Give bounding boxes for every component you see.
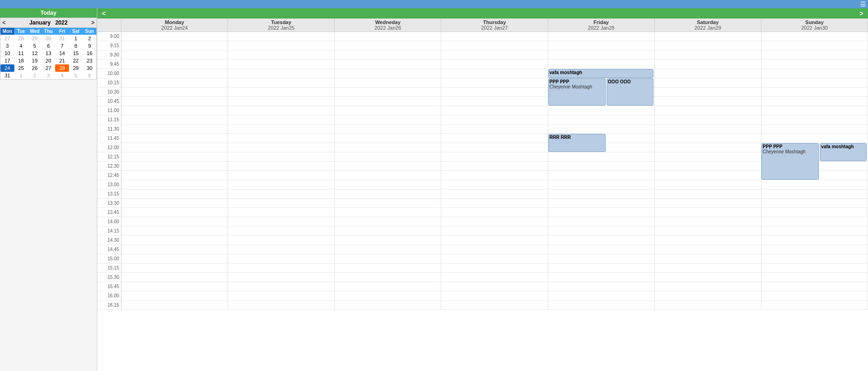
mini-cal-day-Dec31[interactable]: 31 — [55, 35, 69, 42]
slot-monday-0 — [121, 32, 228, 41]
mini-cal-day-10[interactable]: 10 — [0, 50, 14, 57]
slot-monday-6 — [121, 88, 228, 97]
mini-cal-day-2[interactable]: 2 — [82, 35, 96, 42]
slot-sunday-9 — [761, 115, 868, 125]
event-sun-event-2[interactable]: vafa moshtagh — [820, 143, 867, 161]
slot-sunday-0 — [761, 32, 868, 41]
mini-cal-day-Dec29[interactable]: 29 — [28, 35, 42, 42]
time-label-13-15: 13.15 — [97, 189, 121, 199]
day-col-tuesday — [228, 32, 335, 310]
mini-cal-day-17[interactable]: 17 — [0, 57, 14, 64]
mini-cal-day-Feb3[interactable]: 3 — [42, 72, 56, 79]
slot-wednesday-27 — [335, 282, 441, 291]
mini-cal-day-26[interactable]: 26 — [28, 64, 42, 72]
slot-thursday-24 — [441, 254, 547, 264]
today-button[interactable]: Today — [0, 8, 97, 18]
mini-cal-next-button[interactable]: > — [91, 19, 95, 26]
week-prev-button[interactable]: < — [97, 8, 110, 19]
mini-cal-day-18[interactable]: 18 — [14, 57, 28, 64]
event-fri-event-3[interactable]: OOO OOO — [607, 78, 653, 106]
slot-sunday-20 — [761, 217, 868, 226]
slot-saturday-8 — [655, 106, 761, 115]
slot-wednesday-3 — [335, 60, 441, 69]
mini-cal-day-24[interactable]: 24 — [0, 64, 14, 72]
mini-cal-day-Feb1[interactable]: 1 — [14, 72, 28, 79]
mini-cal-title: January 2022 — [29, 19, 68, 26]
mini-cal-day-19[interactable]: 19 — [28, 57, 42, 64]
mini-cal-day-20[interactable]: 20 — [42, 57, 56, 64]
mini-cal-day-12[interactable]: 12 — [28, 50, 42, 57]
mini-cal-day-Feb4[interactable]: 4 — [55, 72, 69, 79]
mini-cal-day-3[interactable]: 3 — [0, 42, 14, 50]
left-panel: Today < January 2022 > MonTueWedThuFriSa… — [0, 8, 97, 371]
mini-cal-day-11[interactable]: 11 — [14, 50, 28, 57]
slot-wednesday-25 — [335, 264, 441, 273]
slot-thursday-17 — [441, 189, 547, 199]
slot-monday-7 — [121, 97, 228, 106]
mini-cal-day-25[interactable]: 25 — [14, 64, 28, 72]
mini-cal-day-header-wed: Wed — [28, 28, 42, 35]
slot-sunday-19 — [761, 208, 868, 217]
mini-cal-day-5[interactable]: 5 — [28, 42, 42, 50]
mini-cal-day-27[interactable]: 27 — [42, 64, 56, 72]
mini-cal-day-29[interactable]: 29 — [69, 64, 83, 72]
event-fri-event-4[interactable]: RRR RRR — [548, 134, 606, 152]
slot-sunday-6 — [761, 88, 868, 97]
day-header-monday: Monday2022 Jan24 — [121, 19, 228, 31]
slot-monday-3 — [121, 60, 228, 69]
slot-wednesday-24 — [335, 254, 441, 264]
time-label-15-15: 15.15 — [97, 264, 121, 273]
day-header-saturday: Saturday2022 Jan29 — [655, 19, 761, 31]
mini-cal-day-Feb5[interactable]: 5 — [69, 72, 83, 79]
mini-cal-day-Dec27[interactable]: 27 — [0, 35, 14, 42]
hamburger-icon[interactable]: ☰ — [860, 0, 866, 8]
mini-cal-day-Feb2[interactable]: 2 — [28, 72, 42, 79]
mini-cal-day-21[interactable]: 21 — [55, 57, 69, 64]
mini-cal-day-15[interactable]: 15 — [69, 50, 83, 57]
slot-monday-4 — [121, 69, 228, 78]
mini-cal-day-7[interactable]: 7 — [55, 42, 69, 50]
mini-cal-day-22[interactable]: 22 — [69, 57, 83, 64]
mini-cal-day-23[interactable]: 23 — [82, 57, 96, 64]
slot-tuesday-23 — [228, 245, 334, 254]
time-label-11-15: 11.15 — [97, 115, 121, 125]
slot-sunday-29 — [761, 301, 868, 310]
event-fri-event-2[interactable]: PPP PPPCheyenne Moshtagh — [548, 78, 606, 106]
mini-cal-prev-button[interactable]: < — [2, 19, 6, 26]
slot-saturday-9 — [655, 115, 761, 125]
mini-cal-day-6[interactable]: 6 — [42, 42, 56, 50]
week-next-button[interactable]: > — [855, 8, 868, 19]
slot-friday-19 — [548, 208, 654, 217]
slot-sunday-7 — [761, 97, 868, 106]
slot-tuesday-20 — [228, 217, 334, 226]
day-date-2: 2022 Jan26 — [335, 25, 441, 31]
event-fri-event-1[interactable]: vafa moshtagh — [548, 69, 653, 78]
mini-cal-day-Feb6[interactable]: 6 — [82, 72, 96, 79]
time-label-15-45: 15.45 — [97, 282, 121, 291]
day-col-thursday — [441, 32, 548, 310]
day-date-3: 2022 Jan27 — [441, 25, 547, 31]
mini-cal-day-13[interactable]: 13 — [42, 50, 56, 57]
slot-thursday-26 — [441, 273, 547, 282]
mini-cal-day-16[interactable]: 16 — [82, 50, 96, 57]
mini-cal-day-28[interactable]: 28 — [55, 64, 69, 72]
event-title-sun-event-1: PPP PPP — [763, 144, 817, 149]
mini-cal-day-8[interactable]: 8 — [69, 42, 83, 50]
mini-cal-day-Dec28[interactable]: 28 — [14, 35, 28, 42]
time-label-11-00: 11.00 — [97, 106, 121, 115]
mini-cal-day-9[interactable]: 9 — [82, 42, 96, 50]
day-col-monday — [121, 32, 228, 310]
mini-cal-day-Dec30[interactable]: 30 — [42, 35, 56, 42]
slot-monday-19 — [121, 208, 228, 217]
mini-cal-day-4[interactable]: 4 — [14, 42, 28, 50]
slot-thursday-18 — [441, 199, 547, 208]
mini-cal-day-1[interactable]: 1 — [69, 35, 83, 42]
slot-wednesday-0 — [335, 32, 441, 41]
mini-cal-day-14[interactable]: 14 — [55, 50, 69, 57]
event-sun-event-1[interactable]: PPP PPPCheyenne Moshtagh — [761, 143, 819, 180]
mini-cal-day-31[interactable]: 31 — [0, 72, 14, 79]
event-title-sun-event-2: vafa moshtagh — [821, 144, 865, 149]
slot-friday-1 — [548, 41, 654, 50]
mini-cal-day-30[interactable]: 30 — [82, 64, 96, 72]
slot-thursday-29 — [441, 301, 547, 310]
